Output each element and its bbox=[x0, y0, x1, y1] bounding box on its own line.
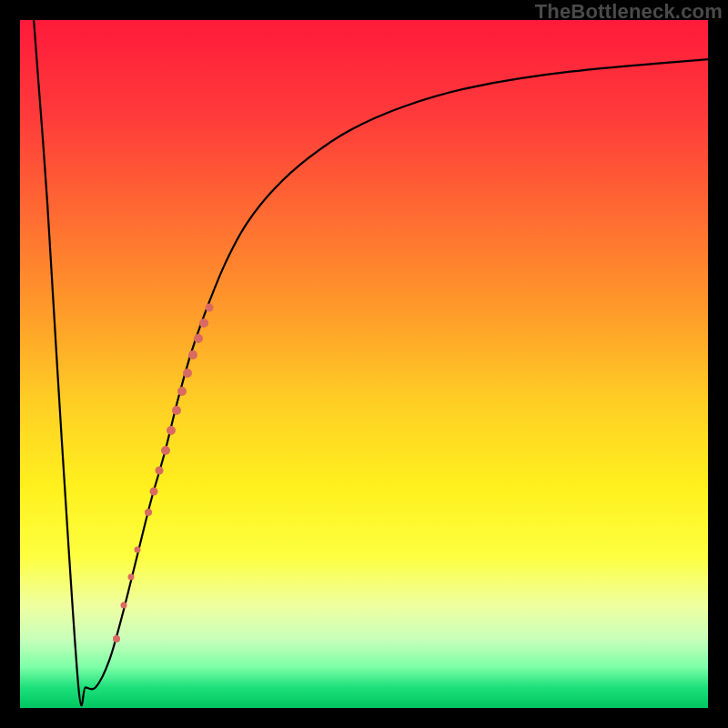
data-marker bbox=[177, 387, 187, 396]
data-marker bbox=[199, 318, 208, 328]
data-marker bbox=[188, 350, 197, 359]
data-marker bbox=[161, 446, 170, 455]
data-marker bbox=[194, 334, 203, 343]
data-marker bbox=[121, 602, 127, 608]
data-marker bbox=[135, 547, 141, 553]
chart-frame: TheBottleneck.com bbox=[0, 0, 728, 728]
marker-cluster bbox=[20, 20, 708, 708]
data-marker bbox=[156, 467, 164, 475]
data-marker bbox=[113, 635, 120, 642]
data-marker bbox=[183, 369, 192, 378]
data-marker bbox=[128, 574, 135, 581]
data-marker bbox=[150, 487, 158, 495]
data-marker bbox=[172, 406, 181, 415]
data-marker bbox=[145, 509, 152, 516]
data-marker bbox=[205, 304, 213, 312]
data-marker bbox=[167, 426, 176, 435]
